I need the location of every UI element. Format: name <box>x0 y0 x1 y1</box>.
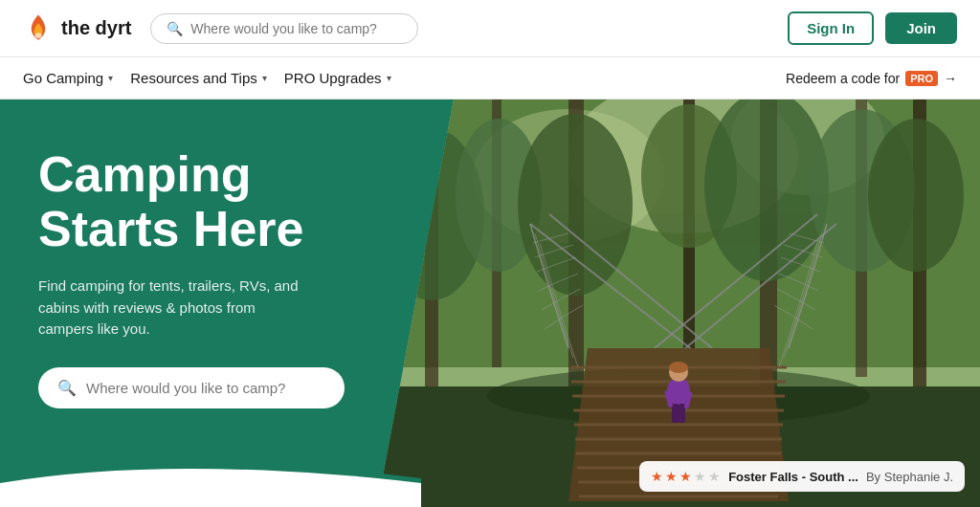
arrow-icon: → <box>944 71 957 86</box>
nav-label-go-camping: Go Camping <box>23 70 103 86</box>
nav-item-resources-tips[interactable]: Resources and Tips ▾ <box>130 70 284 86</box>
hero-subtext: Find camping for tents, trailers, RVs, a… <box>38 276 306 341</box>
pro-badge: PRO <box>905 71 938 86</box>
search-icon: 🔍 <box>167 21 183 36</box>
hero-image-panel: ★ ★ ★ ★ ★ Foster Falls - South ... By St… <box>377 99 980 507</box>
nav-redeem-area[interactable]: Redeem a code for PRO → <box>786 71 957 86</box>
photo-caption: ★ ★ ★ ★ ★ Foster Falls - South ... By St… <box>639 461 965 492</box>
star-4: ★ <box>694 469 706 484</box>
caption-author: By Stephanie J. <box>866 470 953 484</box>
main-nav: Go Camping ▾ Resources and Tips ▾ PRO Up… <box>0 57 980 99</box>
header: the dyrt 🔍 Sign In Join <box>0 0 980 57</box>
logo-text: the dyrt <box>61 17 131 39</box>
join-button[interactable]: Join <box>885 12 957 44</box>
hero-search-input[interactable] <box>86 380 325 396</box>
chevron-down-icon: ▾ <box>262 73 267 83</box>
star-1: ★ <box>651 469 663 484</box>
header-search-input[interactable] <box>190 21 402 36</box>
signin-button[interactable]: Sign In <box>788 11 874 45</box>
svg-rect-40 <box>672 404 679 423</box>
flame-icon <box>23 13 54 44</box>
header-search-bar[interactable]: 🔍 <box>150 13 418 44</box>
nav-item-go-camping[interactable]: Go Camping ▾ <box>23 70 130 86</box>
chevron-down-icon: ▾ <box>108 73 113 83</box>
hero-heading: Camping Starts Here <box>38 147 359 256</box>
star-5: ★ <box>708 469 721 484</box>
nav-item-pro-upgrades[interactable]: PRO Upgrades ▾ <box>284 70 409 86</box>
hero-left-panel: Camping Starts Here Find camping for ten… <box>0 99 397 507</box>
redeem-text: Redeem a code for <box>786 71 900 86</box>
caption-location: Foster Falls - South ... <box>728 470 858 484</box>
logo-link[interactable]: the dyrt <box>23 13 131 44</box>
nav-label-pro-upgrades: PRO Upgrades <box>284 70 382 86</box>
nav-label-resources-tips: Resources and Tips <box>130 70 257 86</box>
hero-section: Camping Starts Here Find camping for ten… <box>0 99 980 507</box>
svg-point-0 <box>34 33 41 38</box>
chevron-down-icon: ▾ <box>387 73 391 83</box>
star-rating: ★ ★ ★ ★ ★ <box>651 469 721 484</box>
hero-scene-svg <box>377 99 980 507</box>
header-actions: Sign In Join <box>788 11 957 45</box>
svg-point-19 <box>868 119 964 272</box>
star-3: ★ <box>679 469 692 484</box>
star-2: ★ <box>665 469 678 484</box>
hero-search-bar[interactable]: 🔍 <box>38 367 345 408</box>
search-icon: 🔍 <box>57 379 77 397</box>
svg-point-39 <box>669 362 688 373</box>
hero-wave <box>0 450 421 507</box>
